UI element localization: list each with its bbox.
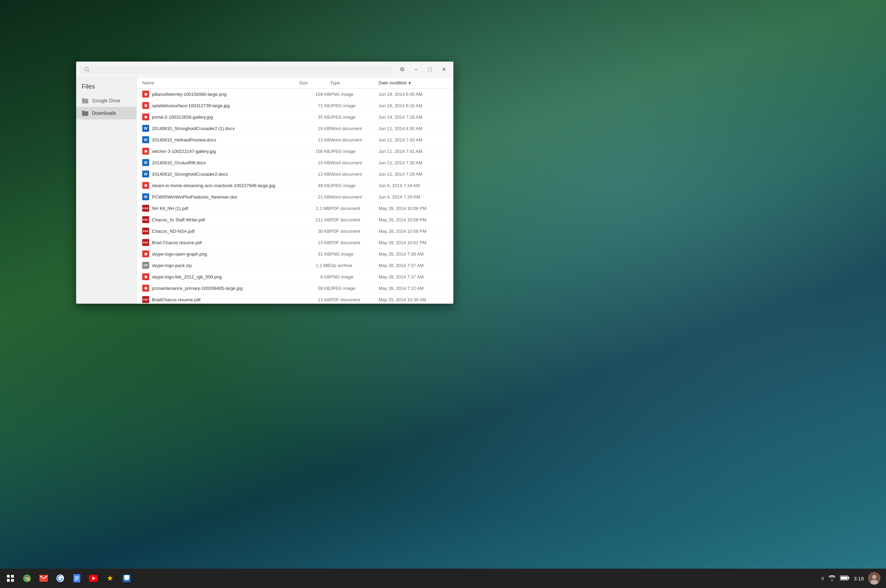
file-size: 21 KB (299, 194, 330, 200)
file-icon-img: ▣ (142, 285, 149, 292)
file-date: Jun 11, 2014 7:29 AM (379, 171, 448, 177)
file-icon-pdf: PDF (142, 228, 149, 234)
table-row[interactable]: W PCW05WinWinPhoFeatures_Newman.doc 21 K… (137, 191, 453, 202)
file-icon-pdf: PDF (142, 296, 149, 303)
svg-line-1 (88, 70, 89, 72)
file-type: Word document (330, 126, 379, 131)
file-icon-word: W (142, 125, 149, 132)
file-icon-word: W (142, 171, 149, 177)
svg-rect-9 (11, 579, 14, 582)
file-size: 159 KB (299, 92, 330, 97)
file-icon-pdf: PDF (142, 239, 149, 246)
file-date: May 28, 2014 7:37 AM (379, 263, 448, 268)
file-type: PDF document (330, 206, 379, 211)
file-size: 58 KB (299, 286, 330, 291)
file-icon-zip: ZIP (142, 262, 149, 269)
taskbar-app-google[interactable] (53, 571, 68, 586)
col-header-date[interactable]: Date modified ▼ (379, 80, 448, 86)
file-date: Jun 19, 2014 6:45 AM (379, 92, 448, 97)
table-row[interactable]: ▣ skype-logo-feb_2012_rgb_500.png 6 KB P… (137, 271, 453, 283)
google-drive-label: Google Drive (92, 98, 120, 104)
file-icon-img: ▣ (142, 102, 149, 109)
file-name: PDF BradChacos resume.pdf (142, 296, 299, 303)
svg-rect-6 (7, 575, 10, 578)
file-size: 211 KB (299, 217, 330, 222)
file-type: PDF document (330, 297, 379, 302)
file-date: Jun 11, 2014 8:30 AM (379, 126, 448, 131)
file-type: Word document (330, 171, 379, 177)
gear-button[interactable]: ⚙ (397, 64, 408, 75)
table-row[interactable]: ▣ portal-2-100312659-gallery.jpg 35 KB J… (137, 111, 453, 123)
search-input[interactable] (92, 67, 389, 72)
svg-rect-3 (82, 98, 85, 100)
user-avatar[interactable] (868, 572, 880, 585)
file-date: May 28, 2014 10:08 PM (379, 229, 448, 234)
table-row[interactable]: W 20140610_StrongholdCrusader2.docx 13 K… (137, 168, 453, 180)
file-date: Jun 11, 2014 7:41 AM (379, 149, 448, 154)
file-icon-img: ▣ (142, 148, 149, 154)
taskbar-app-gmail[interactable] (36, 571, 51, 586)
table-row[interactable]: ▣ skype-logo-open-graph.png 31 KB PNG im… (137, 248, 453, 260)
taskbar-app-youtube[interactable] (86, 571, 101, 586)
table-row[interactable]: ▣ xptabletvssurface-100312738-large.jpg … (137, 100, 453, 111)
svg-rect-5 (82, 111, 85, 112)
file-size: 108 KB (299, 149, 330, 154)
downloads-folder-icon (82, 110, 89, 117)
taskbar-app-keepass[interactable]: ★ (102, 571, 118, 586)
sidebar-title: Files (76, 82, 136, 94)
file-name: ▣ witcher-3-100222147-gallery.jpg (142, 148, 299, 154)
sidebar-item-downloads[interactable]: Downloads (76, 107, 136, 119)
table-row[interactable]: ▣ steam-in-home-streaming-aciv-macbook-1… (137, 180, 453, 191)
taskbar-app-docs[interactable] (69, 571, 84, 586)
file-name: ▣ steam-in-home-streaming-aciv-macbook-1… (142, 182, 299, 189)
table-row[interactable]: PDF Chacos_Sr Staff Writer.pdf 211 KB PD… (137, 214, 453, 225)
table-row[interactable]: ▣ witcher-3-100222147-gallery.jpg 108 KB… (137, 146, 453, 157)
file-date: May 28, 2014 7:37 AM (379, 274, 448, 279)
file-name: PDF NH Kit_NH (1).pdf (142, 205, 299, 212)
taskbar-app-hangouts[interactable] (119, 571, 134, 586)
table-row[interactable]: W 20140610_HellraidPreview.docx 13 KB Wo… (137, 134, 453, 146)
file-type: JPEG image (330, 149, 379, 154)
file-size: 35 KB (299, 114, 330, 120)
file-list[interactable]: ▣ pillarsofeternity-100156060-large.png … (137, 88, 453, 304)
col-header-size[interactable]: Size (299, 80, 330, 86)
file-size: 71 KB (299, 103, 330, 108)
file-date: Jun 16, 2014 8:10 AM (379, 103, 448, 108)
minimize-button[interactable]: − (411, 64, 421, 75)
file-name: ▣ portal-2-100312659-gallery.jpg (142, 114, 299, 120)
file-icon-pdf: PDF (142, 205, 149, 212)
sidebar-item-google-drive[interactable]: Google Drive (76, 94, 136, 107)
close-button[interactable]: ✕ (438, 64, 449, 75)
file-manager-window: ⚙ − □ ✕ Files Google Drive (76, 62, 453, 304)
table-row[interactable]: W 20140610_OculusRift.docx 15 KB Word do… (137, 157, 453, 168)
table-row[interactable]: PDF Brad Chacos resume.pdf 13 KB PDF doc… (137, 237, 453, 248)
file-name: W 20140610_StrongholdCrusader2.docx (142, 171, 299, 177)
table-row[interactable]: PDF Chacos_ND-NSA.pdf 30 KB PDF document… (137, 225, 453, 237)
table-row[interactable]: PDF NH Kit_NH (1).pdf 2.1 MB PDF documen… (137, 202, 453, 214)
wifi-icon (828, 574, 836, 582)
file-type: PDF document (330, 217, 379, 222)
col-header-name[interactable]: Name (142, 80, 299, 86)
table-row[interactable]: W 20140610_StrongholdCrusader2 (1).docx … (137, 123, 453, 134)
maximize-button[interactable]: □ (424, 64, 435, 75)
table-row[interactable]: ▣ pillarsofeternity-100156060-large.png … (137, 88, 453, 100)
file-type: JPEG image (330, 103, 379, 108)
file-name: ▣ skype-logo-feb_2012_rgb_500.png (142, 273, 299, 280)
file-type: PDF document (330, 229, 379, 234)
svg-rect-27 (848, 577, 849, 579)
table-row[interactable]: ▣ pcmaintenance_primary-100269405-large.… (137, 283, 453, 294)
svg-rect-22 (75, 580, 78, 581)
table-row[interactable]: ZIP skype-logo-pack.zip 1.1 MB Zip archi… (137, 260, 453, 271)
window-controls: ⚙ − □ ✕ (397, 64, 449, 75)
window-body: Files Google Drive Downloads (76, 78, 453, 304)
file-size: 13 KB (299, 137, 330, 142)
file-size: 30 KB (299, 229, 330, 234)
table-row[interactable]: PDF BradChacos resume.pdf 13 KB PDF docu… (137, 294, 453, 304)
file-name: ▣ skype-logo-open-graph.png (142, 250, 299, 257)
col-header-type[interactable]: Type (330, 80, 379, 86)
svg-point-30 (872, 575, 876, 579)
search-bar[interactable] (80, 65, 393, 74)
taskbar-app-chrome[interactable] (20, 571, 35, 586)
file-icon-img: ▣ (142, 273, 149, 280)
taskbar-app-grid[interactable] (3, 571, 18, 586)
